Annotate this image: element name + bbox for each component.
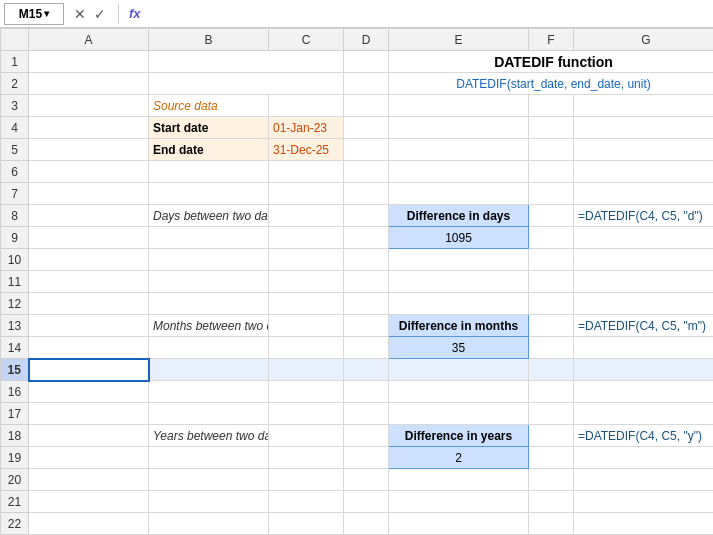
cell-d21[interactable] xyxy=(344,491,389,513)
col-header-d[interactable]: D xyxy=(344,29,389,51)
cell-d12[interactable] xyxy=(344,293,389,315)
cell-c22[interactable] xyxy=(269,513,344,535)
cell-b3-source[interactable]: Source data xyxy=(149,95,269,117)
cell-b14[interactable] xyxy=(149,337,269,359)
cell-b18-years-label[interactable]: Years between two dates xyxy=(149,425,269,447)
cell-f18[interactable] xyxy=(529,425,574,447)
cell-f3[interactable] xyxy=(529,95,574,117)
cell-b16[interactable] xyxy=(149,381,269,403)
col-header-f[interactable]: F xyxy=(529,29,574,51)
cell-a2[interactable] xyxy=(29,73,149,95)
cell-b22[interactable] xyxy=(149,513,269,535)
cell-d4[interactable] xyxy=(344,117,389,139)
cell-a20[interactable] xyxy=(29,469,149,491)
cell-c12[interactable] xyxy=(269,293,344,315)
cell-g17[interactable] xyxy=(574,403,714,425)
cell-a7[interactable] xyxy=(29,183,149,205)
cell-f12[interactable] xyxy=(529,293,574,315)
cell-a14[interactable] xyxy=(29,337,149,359)
cell-e17[interactable] xyxy=(389,403,529,425)
cell-d6[interactable] xyxy=(344,161,389,183)
cell-d11[interactable] xyxy=(344,271,389,293)
cell-d15[interactable] xyxy=(344,359,389,381)
cell-g19[interactable] xyxy=(574,447,714,469)
cell-f19[interactable] xyxy=(529,447,574,469)
cell-c10[interactable] xyxy=(269,249,344,271)
cell-d3[interactable] xyxy=(344,95,389,117)
cell-e13-months-header[interactable]: Difference in months xyxy=(389,315,529,337)
cell-g12[interactable] xyxy=(574,293,714,315)
cell-f20[interactable] xyxy=(529,469,574,491)
cell-f15[interactable] xyxy=(529,359,574,381)
col-header-e[interactable]: E xyxy=(389,29,529,51)
cell-a6[interactable] xyxy=(29,161,149,183)
cell-b7[interactable] xyxy=(149,183,269,205)
cell-c18[interactable] xyxy=(269,425,344,447)
cell-a4[interactable] xyxy=(29,117,149,139)
cell-a10[interactable] xyxy=(29,249,149,271)
cell-d2[interactable] xyxy=(344,73,389,95)
cell-e2-syntax[interactable]: DATEDIF(start_date, end_date, unit) xyxy=(389,73,714,95)
cell-e12[interactable] xyxy=(389,293,529,315)
cell-b19[interactable] xyxy=(149,447,269,469)
cell-d10[interactable] xyxy=(344,249,389,271)
cell-e6[interactable] xyxy=(389,161,529,183)
cell-g11[interactable] xyxy=(574,271,714,293)
cell-a1[interactable] xyxy=(29,51,149,73)
cell-g9[interactable] xyxy=(574,227,714,249)
cell-c5-endvalue[interactable]: 31-Dec-25 xyxy=(269,139,344,161)
cancel-icon[interactable]: ✕ xyxy=(72,6,88,22)
cell-b17[interactable] xyxy=(149,403,269,425)
cell-c4-startvalue[interactable]: 01-Jan-23 xyxy=(269,117,344,139)
cell-g21[interactable] xyxy=(574,491,714,513)
cell-g3[interactable] xyxy=(574,95,714,117)
cell-b5-endlabel[interactable]: End date xyxy=(149,139,269,161)
cell-g4[interactable] xyxy=(574,117,714,139)
cell-a12[interactable] xyxy=(29,293,149,315)
cell-g13-months-formula[interactable]: =DATEDIF(C4, C5, "m") xyxy=(574,315,714,337)
cell-a13[interactable] xyxy=(29,315,149,337)
cell-d7[interactable] xyxy=(344,183,389,205)
cell-e9-days-value[interactable]: 1095 xyxy=(389,227,529,249)
cell-c19[interactable] xyxy=(269,447,344,469)
cell-e10[interactable] xyxy=(389,249,529,271)
cell-c8[interactable] xyxy=(269,205,344,227)
cell-g5[interactable] xyxy=(574,139,714,161)
cell-f6[interactable] xyxy=(529,161,574,183)
cell-e22[interactable] xyxy=(389,513,529,535)
cell-g7[interactable] xyxy=(574,183,714,205)
cell-e18-years-header[interactable]: Difference in years xyxy=(389,425,529,447)
cell-g22[interactable] xyxy=(574,513,714,535)
cell-d8[interactable] xyxy=(344,205,389,227)
cell-d20[interactable] xyxy=(344,469,389,491)
cell-b1[interactable] xyxy=(149,51,344,73)
dropdown-icon[interactable]: ▾ xyxy=(44,8,49,19)
cell-c21[interactable] xyxy=(269,491,344,513)
cell-g14[interactable] xyxy=(574,337,714,359)
cell-f5[interactable] xyxy=(529,139,574,161)
cell-d16[interactable] xyxy=(344,381,389,403)
cell-e4[interactable] xyxy=(389,117,529,139)
col-header-b[interactable]: B xyxy=(149,29,269,51)
cell-b15[interactable] xyxy=(149,359,269,381)
cell-c13[interactable] xyxy=(269,315,344,337)
cell-a3[interactable] xyxy=(29,95,149,117)
col-header-a[interactable]: A xyxy=(29,29,149,51)
cell-e14-months-value[interactable]: 35 xyxy=(389,337,529,359)
col-header-c[interactable]: C xyxy=(269,29,344,51)
cell-f4[interactable] xyxy=(529,117,574,139)
cell-f22[interactable] xyxy=(529,513,574,535)
cell-e21[interactable] xyxy=(389,491,529,513)
cell-c7[interactable] xyxy=(269,183,344,205)
cell-e7[interactable] xyxy=(389,183,529,205)
cell-a15-selected[interactable] xyxy=(29,359,149,381)
cell-reference-box[interactable]: M15 ▾ xyxy=(4,3,64,25)
cell-d1[interactable] xyxy=(344,51,389,73)
confirm-icon[interactable]: ✓ xyxy=(92,6,108,22)
cell-d22[interactable] xyxy=(344,513,389,535)
cell-a17[interactable] xyxy=(29,403,149,425)
cell-c11[interactable] xyxy=(269,271,344,293)
cell-c6[interactable] xyxy=(269,161,344,183)
cell-g8-days-formula[interactable]: =DATEDIF(C4, C5, "d") xyxy=(574,205,714,227)
cell-d5[interactable] xyxy=(344,139,389,161)
